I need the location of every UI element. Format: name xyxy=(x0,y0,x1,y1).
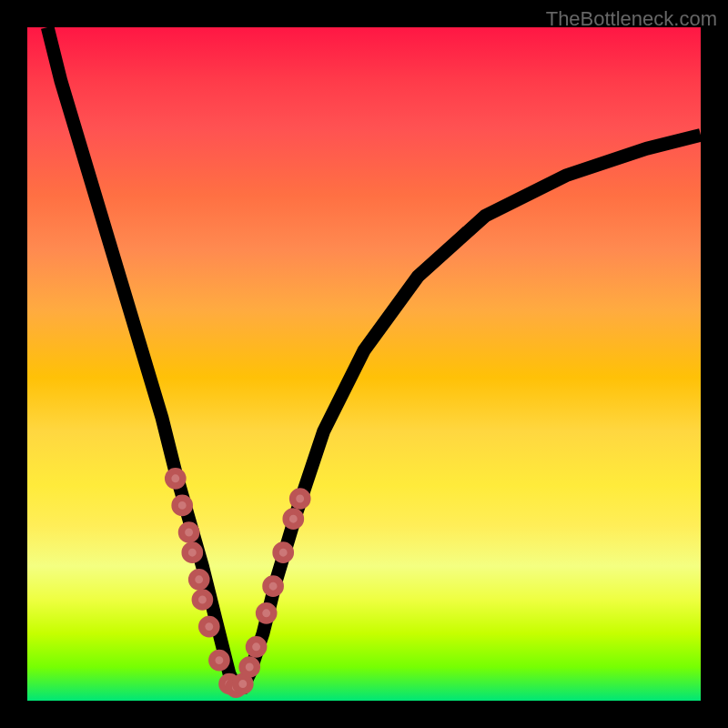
plot-area xyxy=(27,27,701,701)
curve-markers xyxy=(168,471,308,695)
marker-point xyxy=(248,640,263,654)
marker-point xyxy=(242,660,257,674)
marker-point xyxy=(212,652,227,667)
marker-point xyxy=(266,579,280,593)
marker-point xyxy=(293,491,308,506)
marker-point xyxy=(175,498,189,512)
marker-point xyxy=(195,592,209,607)
marker-point xyxy=(168,471,183,486)
marker-point xyxy=(276,545,290,560)
curve-svg xyxy=(27,27,701,701)
watermark-text: TheBottleneck.com xyxy=(546,7,717,31)
marker-point xyxy=(286,511,300,526)
marker-point xyxy=(259,606,274,621)
marker-point xyxy=(192,572,207,587)
marker-point xyxy=(236,676,250,691)
marker-point xyxy=(181,525,196,540)
marker-point xyxy=(185,545,199,560)
bottleneck-curve xyxy=(47,27,701,687)
marker-point xyxy=(202,619,217,633)
